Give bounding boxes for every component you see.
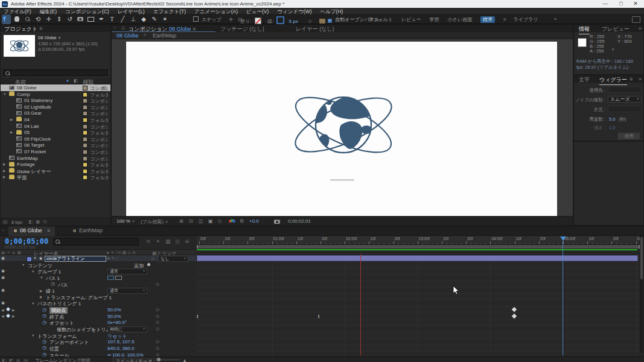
stroke-swatch[interactable] [276, 16, 284, 24]
project-item-07 Rocket[interactable]: 07 Rocketコンポジション [1, 148, 110, 155]
layer-twirl-icon[interactable]: ▼ [33, 256, 37, 260]
label-color-swatch[interactable] [83, 92, 88, 97]
snap-along-edges-icon[interactable]: ✛ [229, 17, 233, 22]
info-panel-overflow[interactable]: » [639, 25, 642, 31]
property-row-トランスフォーム[interactable]: ▼トランスフォームリセット [0, 332, 196, 339]
mini-flowchart-icon[interactable]: ≋ [146, 238, 151, 244]
zoom-in-mountain-icon[interactable]: ▲ [182, 358, 187, 362]
resolution-gear-icon[interactable]: ⚙ [240, 218, 244, 224]
draft-3d-icon[interactable]: ✦ [156, 238, 161, 244]
property-row-開始点[interactable]: ◀▶◷開始点50.0%◎ [0, 306, 196, 313]
project-comp-name[interactable]: 08 Globe [38, 35, 56, 40]
zoom-tool-icon[interactable] [23, 14, 32, 24]
current-timecode[interactable]: 0;00;05;00 [5, 237, 48, 246]
fill-swatch[interactable] [255, 17, 261, 24]
twirl-closed-icon[interactable]: ▶ [10, 118, 13, 121]
frequency-value[interactable]: 5.0 [609, 116, 615, 122]
label-color-swatch[interactable] [83, 175, 88, 180]
workspace-menu-icon[interactable]: ≡ [503, 17, 506, 22]
viewer-tab-earthmap[interactable]: EarthMap [153, 33, 176, 39]
viewer-timecode[interactable]: 0;00;02;01 [288, 218, 311, 224]
project-item-05 FlipClock[interactable]: 05 FlipClockコンポジション [1, 136, 110, 142]
eraser-tool-icon[interactable]: ◆ [139, 14, 148, 24]
parent-pickwhip-icon[interactable]: ◎ [151, 256, 155, 261]
timeline-zoom-slider[interactable] [156, 360, 180, 360]
grid-toggle-icon[interactable]: ⊞ [16, 358, 20, 362]
transparency-grid-icon[interactable]: ⊞ [179, 218, 183, 224]
keyframe-nav-next-icon[interactable]: ▶ [12, 308, 15, 312]
project-item-02 LightBulb[interactable]: 02 LightBulbコンポジション [1, 104, 110, 110]
property-row-コンテンツ[interactable]: ▼コンテンツ追加 [0, 262, 196, 268]
hand-tool-icon[interactable] [13, 14, 22, 24]
pickwhip-icon[interactable]: ◎ [156, 326, 159, 331]
label-color-swatch[interactable] [83, 143, 88, 148]
twirl-icon[interactable]: ▶ [40, 295, 42, 299]
pickwhip-icon[interactable]: ◎ [156, 314, 159, 319]
workspace-標準[interactable]: 標準 [480, 16, 495, 23]
pickwhip-icon[interactable]: ◎ [156, 307, 159, 312]
keyframe-ibeam[interactable]: I [317, 314, 321, 319]
twirl-icon[interactable]: ▼ [31, 270, 34, 273]
minimize-button[interactable]: — [598, 1, 613, 7]
snap-checkbox[interactable] [193, 16, 199, 22]
project-item-Footage[interactable]: ▶Footageフォルダー [1, 161, 110, 168]
wiggler-panel-menu-icon[interactable]: ≡ [630, 76, 633, 82]
rotation-tool-icon[interactable]: ↺ [65, 14, 74, 24]
keyframe-nav-next-icon[interactable]: ▶ [12, 314, 15, 318]
twirl-closed-icon[interactable]: ▶ [3, 175, 5, 179]
timeline-panel-menu-icon[interactable]: ≡ [47, 227, 50, 233]
project-item-03 Gear[interactable]: 03 Gearコンポジション [1, 110, 110, 116]
project-item-01 Stationery[interactable]: 01 Stationeryコンポジション [1, 97, 110, 104]
viewer-quality-select[interactable]: (フル画質) ▼ [141, 218, 168, 225]
work-area-bar[interactable] [197, 245, 640, 249]
new-folder-icon[interactable]: ◧ [28, 219, 33, 224]
selection-tool-icon[interactable] [2, 14, 11, 24]
stopwatch-icon[interactable]: ◷ [51, 281, 55, 287]
restore-button[interactable]: □ [614, 1, 628, 7]
region-of-interest-icon[interactable]: ⊡ [189, 218, 193, 224]
project-item-05[interactable]: ▶05フォルダー [1, 129, 110, 136]
text-tool-icon[interactable]: T [107, 14, 116, 24]
project-search-input[interactable] [3, 69, 108, 76]
close-button[interactable]: ✕ [628, 1, 643, 7]
tab-wiggler[interactable]: ウィグラー [599, 76, 627, 85]
tab-project[interactable]: プロジェクト [4, 25, 37, 33]
label-color-swatch[interactable] [83, 86, 88, 91]
new-composition-icon[interactable]: ▣ [36, 219, 40, 224]
add-shape-arrow-icon[interactable] [147, 263, 150, 266]
twirl-icon[interactable]: ▼ [31, 302, 34, 305]
label-color-swatch[interactable] [83, 130, 88, 135]
label-color-swatch[interactable] [83, 118, 88, 122]
twirl-closed-icon[interactable]: ▶ [10, 130, 13, 134]
noise-type-select[interactable]: スムーズ▼ [608, 96, 642, 103]
label-color-swatch[interactable] [83, 105, 88, 110]
keyframe-nav-current-icon[interactable] [6, 314, 10, 318]
project-item-06 Target[interactable]: 06 Targetコンポジション [1, 142, 110, 148]
frame-blending-icon[interactable]: ◎ [175, 238, 180, 244]
pickwhip-icon[interactable]: ◎ [156, 320, 159, 325]
label-color-swatch[interactable] [83, 124, 88, 129]
workspace-レビュー[interactable]: レビュー [401, 17, 421, 22]
twirl-icon[interactable]: ▼ [31, 334, 34, 337]
channel-icon[interactable] [229, 219, 235, 224]
property-row-パス[interactable]: ◷パス◎ [0, 281, 196, 288]
project-item-08 Globe[interactable]: 08 Globeコンポジション品 [1, 84, 110, 91]
property-dropdown[interactable]: 通常▼ [107, 288, 147, 294]
timeline-tab-earthmap[interactable]: EarthMap [72, 227, 103, 233]
path-direction-icon[interactable] [107, 276, 114, 280]
eye-icon[interactable]: ◉ [1, 268, 5, 273]
stopwatch-icon[interactable]: ◷ [42, 345, 46, 351]
brush-tool-icon[interactable]: ╱ [118, 14, 127, 24]
timeline-search-input[interactable] [53, 238, 139, 246]
label-column-icon[interactable]: ◧ [74, 78, 78, 83]
stroke-width-value[interactable]: 5 px [289, 19, 298, 24]
timeline-tab-08-globe[interactable]: 08 Globe ≡ [8, 226, 55, 236]
property-row-アンカーポイント[interactable]: ◷アンカーポイント107.5, 107.5◎ [0, 338, 196, 345]
twirl-closed-icon[interactable]: ▶ [3, 162, 5, 166]
tab-character[interactable]: 文字 [579, 76, 590, 84]
workspace-overflow[interactable]: » [554, 16, 556, 22]
panel-lock-icon[interactable]: ◻ [121, 25, 125, 30]
twirl-open-icon[interactable]: ▼ [3, 92, 6, 96]
twirl-closed-icon[interactable]: ▶ [3, 169, 5, 173]
workspace-小さい画面[interactable]: 小さい画面 [448, 17, 472, 22]
